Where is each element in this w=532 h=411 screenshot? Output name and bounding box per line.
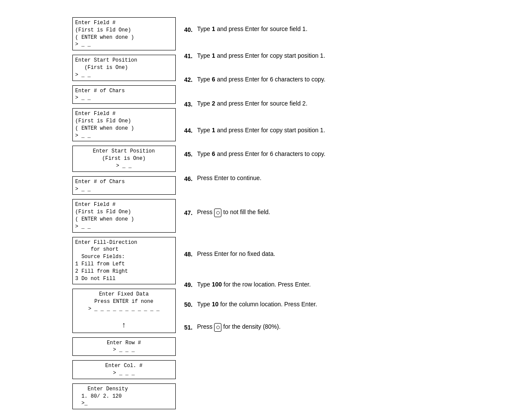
enter-key-icon-51: ◯ [214,323,221,332]
box-43-line1: Enter Field # [75,111,116,117]
instruction-row-48: 48. Press Enter for no fixed data. [184,235,460,273]
terminal-box-42: Enter # of Chars > _ _ [72,85,176,104]
instruction-number-45: 45. [184,150,197,158]
instruction-text-42: Type 6 and press Enter for 6 characters … [197,75,326,84]
box-45-line2: > _ _ [75,186,91,192]
terminal-box-46: Enter Field # (First is Fld One) ( ENTER… [72,199,176,232]
box-51-line2: 1. 80/ 2. 120 [75,393,122,399]
instruction-text-48: Press Enter for no fixed data. [197,249,275,258]
box-42-line1: Enter # of Chars [75,88,125,94]
left-column: Enter Field # (First is Fld One) ( ENTER… [72,17,176,410]
instruction-text-43: Type 2 and press Enter for source field … [197,99,308,108]
instruction-number-48: 48. [184,250,197,258]
instruction-text-50: Type 10 for the column location. Press E… [197,300,317,309]
box-48-line1: Enter Fixed Data [99,291,149,297]
terminal-box-45: Enter # of Chars > _ _ [72,176,176,195]
box-43-line2: (First is Fld One) [75,118,131,124]
box-50-line2: > _ _ _ [113,370,134,376]
terminal-box-50: Enter Col. # > _ _ _ [72,360,176,379]
box-48-line3: > _ _ _ _ _ _ _ _ _ _ _ [88,306,160,312]
box-46-line2: (First is Fld One) [75,209,131,215]
instruction-number-44: 44. [184,126,197,134]
terminal-box-43: Enter Field # (First is Fld One) ( ENTER… [72,108,176,141]
box-47-line3: Source Fields: [75,254,125,260]
instruction-text-47: Press ◯ to not fill the field. [197,208,271,217]
terminal-box-51: Enter Density 1. 80/ 2. 120 >_ [72,383,176,409]
box-44-line2: (First is One) [102,156,146,162]
box-40-line1: Enter Field # [75,20,116,26]
instruction-text-51: Press ◯ for the density (80%). [197,322,281,332]
box-47-line2: for short [75,246,119,252]
box-47-line1: Enter Fill-Direction [75,240,137,246]
instruction-number-47: 47. [184,209,197,216]
box-49-line1: Enter Row # [107,340,141,346]
instruction-number-42: 42. [184,75,197,83]
box-48-line2: Press ENTER if none [94,299,153,305]
instruction-row-45: 45. Type 6 and press Enter for 6 charact… [184,145,460,163]
right-column: 40. Type 1 and press Enter for source fi… [176,17,460,342]
instruction-row-46: 46. Press Enter to continue. [184,166,460,190]
box-46-line4: > _ _ [75,224,91,230]
terminal-box-48: Enter Fixed Data Press ENTER if none > _… [72,289,176,333]
instruction-row-44: 44. Type 1 and press Enter for copy star… [184,119,460,141]
box-46-line1: Enter Field # [75,202,116,208]
box-41-line3: > _ _ [75,72,91,78]
instruction-text-41: Type 1 and press Enter for copy start po… [197,51,325,60]
instruction-row-40: 40. Type 1 and press Enter for source fi… [184,17,460,41]
instruction-row-47: 47. Press ◯ to not fill the field. [184,193,460,231]
box-47-line4: 1 Fill from Left [75,261,125,267]
box-49-line2: > _ _ _ [113,347,134,353]
instruction-number-46: 46. [184,174,197,182]
instruction-text-45: Type 6 and press Enter for 6 characters … [197,149,326,159]
box-40-line4: > _ _ [75,41,91,47]
instruction-row-49: 49. Type 100 for the row location. Press… [184,276,460,293]
box-50-line1: Enter Col. # [105,363,142,369]
box-47-line5: 2 Fill from Right [75,268,128,274]
box-45-line1: Enter # of Chars [75,179,125,185]
instruction-row-43: 43. Type 2 and press Enter for source fi… [184,92,460,115]
instruction-number-49: 49. [184,280,197,288]
box-44-line3: > _ _ [116,163,131,169]
box-47-line6: 3 Do not Fill [75,276,116,282]
box-51-line1: Enter Density [75,386,128,392]
box-48-arrow: ↑ [121,321,126,330]
terminal-box-40: Enter Field # (First is Fld One) ( ENTER… [72,17,176,50]
instruction-number-51: 51. [184,323,197,331]
terminal-box-41: Enter Start Position (First is One) > _ … [72,55,176,81]
terminal-box-44: Enter Start Position (First is One) > _ … [72,146,176,171]
instruction-text-46: Press Enter to continue. [197,174,261,183]
terminal-box-49: Enter Row # > _ _ _ [72,337,176,356]
box-41-line1: Enter Start Position [75,57,137,63]
box-44-line1: Enter Start Position [93,148,155,154]
instruction-row-41: 41. Type 1 and press Enter for copy star… [184,44,460,67]
main-content: Enter Field # (First is Fld One) ( ENTER… [72,17,460,410]
instruction-text-49: Type 100 for the row location. Press Ent… [197,280,311,289]
box-40-line3: ( ENTER when done ) [75,34,134,40]
terminal-box-47: Enter Fill-Direction for short Source Fi… [72,237,176,285]
box-42-line2: > _ _ [75,95,91,101]
instruction-row-50: 50. Type 10 for the column location. Pre… [184,296,460,312]
instruction-number-43: 43. [184,100,197,108]
instruction-number-41: 41. [184,52,197,59]
instruction-row-51: 51. Press ◯ for the density (80%). [184,316,460,338]
box-43-line4: > _ _ [75,133,91,139]
box-51-line3: >_ [75,400,88,406]
box-41-line2: (First is One) [75,65,128,71]
instruction-number-50: 50. [184,300,197,308]
box-46-line3: ( ENTER when done ) [75,216,134,222]
box-40-line2: (First is Fld One) [75,27,131,33]
instruction-text-44: Type 1 and press Enter for copy start po… [197,126,325,135]
enter-key-icon-47: ◯ [214,209,221,217]
page-container: Enter Field # (First is Fld One) ( ENTER… [0,0,532,411]
instruction-text-40: Type 1 and press Enter for source field … [197,25,308,34]
box-43-line3: ( ENTER when done ) [75,125,134,131]
instruction-row-42: 42. Type 6 and press Enter for 6 charact… [184,70,460,88]
instruction-number-40: 40. [184,25,197,33]
